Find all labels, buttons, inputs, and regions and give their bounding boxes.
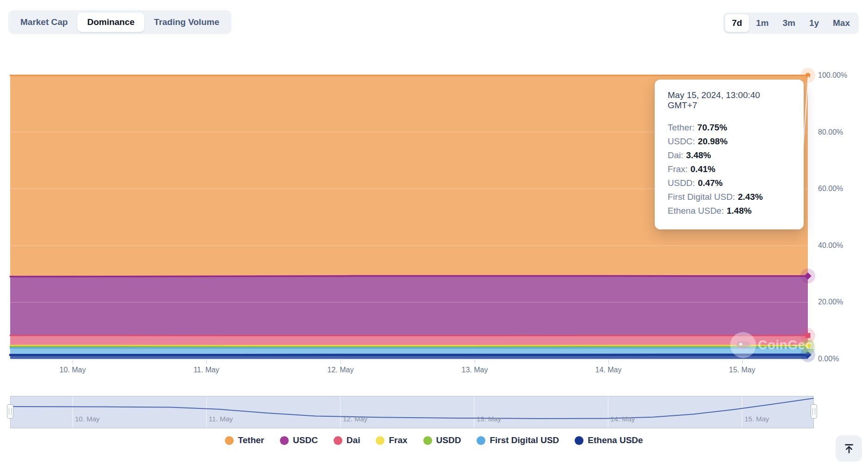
tab-trading-volume[interactable]: Trading Volume (144, 12, 229, 32)
ethena-legend-marker (575, 436, 583, 445)
fdusd-legend-marker (477, 436, 485, 445)
x-axis-label: 11. May (193, 366, 219, 374)
range-1m[interactable]: 1m (749, 14, 775, 32)
y-axis-label: 80.00% (818, 128, 843, 137)
tab-dominance[interactable]: Dominance (77, 12, 144, 32)
navigator-label: 10. May (75, 415, 99, 423)
tooltip-row: Dai:3.48% (668, 148, 791, 162)
tab-market-cap[interactable]: Market Cap (11, 12, 77, 32)
navigator-label: 12. May (343, 415, 367, 423)
x-axis-label: 10. May (60, 366, 86, 374)
tooltip-row: Tether:70.75% (668, 121, 791, 135)
x-axis-label: 14. May (595, 366, 622, 374)
tooltip-row: USDC:20.98% (668, 135, 791, 148)
x-axis-tick (206, 359, 207, 364)
scroll-to-top-button[interactable] (836, 435, 862, 462)
chart-tooltip: May 15, 2024, 13:00:40 GMT+7 Tether:70.7… (655, 80, 804, 229)
y-axis-label: 0.00% (818, 354, 839, 364)
stablecoin-dominance-panel: Market Cap Dominance Trading Volume 7d 1… (0, 0, 868, 463)
frax-legend-marker (376, 436, 384, 445)
legend-item-tether[interactable]: Tether (225, 435, 264, 445)
legend-item-ethena-usde[interactable]: Ethena USDe (575, 435, 643, 445)
range-max[interactable]: Max (826, 14, 857, 32)
tooltip-row: USDD:0.47% (668, 176, 791, 190)
legend-item-usdc[interactable]: USDC (280, 435, 318, 445)
x-axis-tick (742, 359, 743, 364)
navigator-label: 13. May (477, 415, 501, 423)
range-7d[interactable]: 7d (725, 14, 749, 32)
time-range-group: 7d 1m 3m 1y Max (723, 12, 859, 34)
range-1y[interactable]: 1y (802, 14, 826, 32)
y-axis-label: 20.00% (818, 297, 843, 307)
x-axis-tick (341, 359, 341, 364)
legend-item-frax[interactable]: Frax (376, 435, 407, 445)
usdc-legend-marker (280, 436, 289, 445)
navigator-handle-left[interactable] (7, 404, 13, 419)
tether-legend-marker (225, 436, 234, 445)
arrow-up-to-line-icon (843, 443, 855, 455)
tooltip-row: First Digital USD:2.43% (668, 190, 791, 204)
x-axis-label: 12. May (328, 366, 354, 374)
tooltip-row: Ethena USDe:1.48% (668, 204, 791, 218)
x-axis-label: 13. May (462, 366, 488, 374)
navigator-label: 15. May (744, 415, 769, 423)
usdd-legend-marker (423, 436, 432, 445)
x-axis-label: 15. May (729, 366, 756, 374)
range-3m[interactable]: 3m (775, 14, 802, 32)
navigator[interactable] (10, 396, 814, 428)
y-axis-label: 40.00% (818, 241, 843, 250)
y-axis-label: 100.00% (818, 71, 847, 80)
y-axis-label: 60.00% (818, 184, 843, 193)
legend-item-usdd[interactable]: USDD (423, 435, 461, 445)
view-tab-group: Market Cap Dominance Trading Volume (8, 10, 231, 34)
navigator-label: 14. May (610, 415, 635, 423)
navigator-label: 11. May (209, 415, 233, 423)
x-axis-line (10, 359, 814, 360)
legend-item-dai[interactable]: Dai (334, 435, 360, 445)
x-axis-tick (475, 359, 475, 364)
tooltip-row: Frax:0.41% (668, 162, 791, 176)
x-axis-tick (73, 359, 73, 364)
dai-legend-marker (334, 436, 342, 445)
x-axis-tick (608, 359, 609, 364)
chart-legend: Tether USDC Dai Frax USDD First Digital … (0, 435, 868, 445)
legend-item-first-digital-usd[interactable]: First Digital USD (477, 435, 559, 445)
tooltip-date: May 15, 2024, 13:00:40 GMT+7 (668, 90, 791, 111)
navigator-handle-right[interactable] (811, 404, 817, 419)
